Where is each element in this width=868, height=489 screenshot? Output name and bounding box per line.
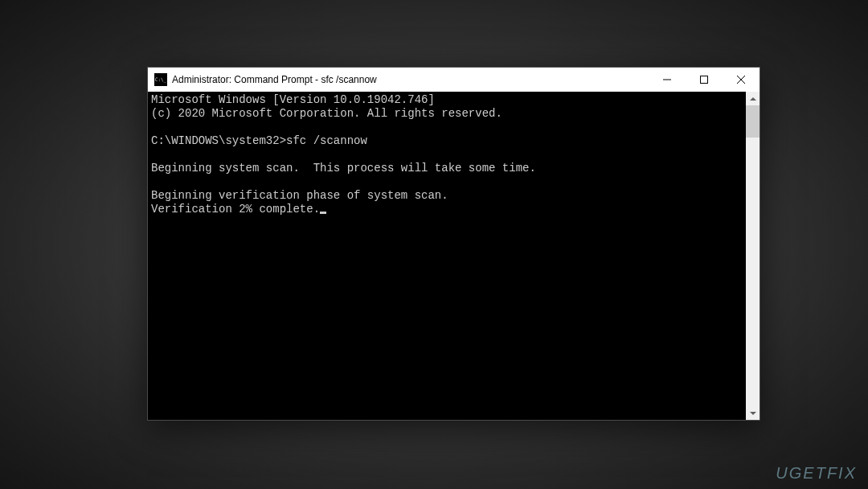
scrollbar-thumb[interactable] [746, 105, 760, 138]
svg-rect-1 [701, 76, 708, 84]
titlebar[interactable]: Administrator: Command Prompt - sfc /sca… [148, 68, 760, 92]
maximize-button[interactable] [686, 68, 723, 92]
console-output[interactable]: Microsoft Windows [Version 10.0.19042.74… [148, 92, 746, 420]
close-button[interactable] [723, 68, 760, 92]
window-controls [649, 68, 760, 92]
chevron-up-icon [750, 97, 756, 101]
watermark-text: UGETFIX [776, 464, 857, 482]
console-line: (c) 2020 Microsoft Corporation. All righ… [151, 107, 502, 120]
minimize-icon [663, 76, 671, 84]
window-title: Administrator: Command Prompt - sfc /sca… [172, 74, 649, 85]
console-line: Beginning verification phase of system s… [151, 189, 448, 202]
command-prompt-window: Administrator: Command Prompt - sfc /sca… [147, 67, 760, 421]
maximize-icon [700, 76, 708, 84]
scrollbar-track[interactable] [746, 105, 760, 406]
chevron-down-icon [750, 412, 756, 415]
text-cursor [320, 212, 326, 214]
svg-marker-4 [750, 97, 756, 101]
cmd-icon [154, 73, 167, 86]
console-line: Microsoft Windows [Version 10.0.19042.74… [151, 93, 435, 106]
scroll-down-button[interactable] [746, 406, 760, 420]
watermark: UGETFIX [776, 464, 857, 483]
svg-marker-5 [750, 412, 756, 415]
console-line: Verification 2% complete. [151, 203, 320, 216]
minimize-button[interactable] [649, 68, 686, 92]
console-prompt-line: C:\WINDOWS\system32>sfc /scannow [151, 134, 367, 147]
scroll-up-button[interactable] [746, 92, 760, 105]
vertical-scrollbar[interactable] [746, 92, 760, 420]
close-icon [737, 76, 745, 84]
console-area: Microsoft Windows [Version 10.0.19042.74… [148, 92, 760, 420]
console-line: Beginning system scan. This process will… [151, 162, 536, 175]
